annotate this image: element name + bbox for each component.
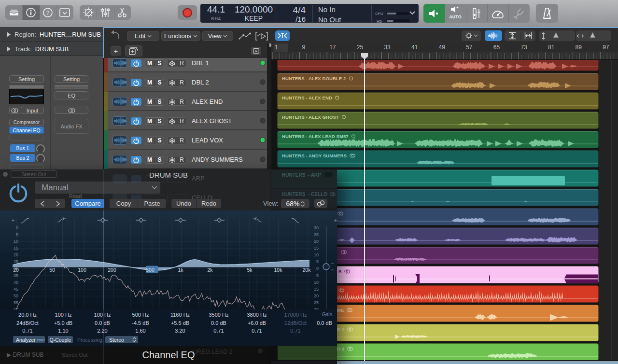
svg-text:5k: 5k (247, 267, 253, 273)
svg-text:0: 0 (16, 225, 18, 230)
svg-text:100: 100 (78, 267, 86, 273)
svg-text:45: 45 (14, 287, 18, 292)
svg-text:20: 20 (13, 267, 19, 273)
svg-text:30: 30 (314, 225, 319, 230)
svg-text:15: 15 (14, 246, 18, 251)
svg-text:10: 10 (314, 280, 319, 285)
svg-text:25: 25 (314, 300, 319, 305)
svg-text:25: 25 (314, 232, 319, 237)
svg-text:10: 10 (314, 252, 319, 257)
svg-text:55: 55 (14, 300, 18, 305)
svg-text:500: 500 (146, 267, 154, 273)
svg-text:40: 40 (14, 280, 18, 285)
svg-text:5: 5 (16, 232, 18, 237)
svg-text:35: 35 (14, 273, 18, 278)
svg-text:15: 15 (314, 287, 319, 292)
svg-text:20k: 20k (303, 267, 311, 273)
svg-text:5: 5 (316, 273, 319, 278)
svg-text:2k: 2k (207, 267, 213, 273)
svg-text:20: 20 (314, 294, 319, 298)
svg-text:1k: 1k (178, 267, 183, 273)
svg-text:200: 200 (108, 267, 116, 273)
svg-text:50: 50 (14, 294, 18, 298)
svg-text:+: + (12, 217, 14, 223)
svg-text:+: + (334, 217, 337, 223)
svg-text:10: 10 (14, 239, 18, 244)
svg-text:10k: 10k (274, 267, 283, 273)
svg-text:15: 15 (314, 246, 319, 251)
svg-text:0: 0 (316, 266, 319, 271)
svg-text:20: 20 (14, 252, 18, 257)
svg-text:50: 50 (49, 267, 55, 273)
svg-text:20: 20 (314, 239, 319, 244)
svg-text:5: 5 (316, 259, 319, 264)
